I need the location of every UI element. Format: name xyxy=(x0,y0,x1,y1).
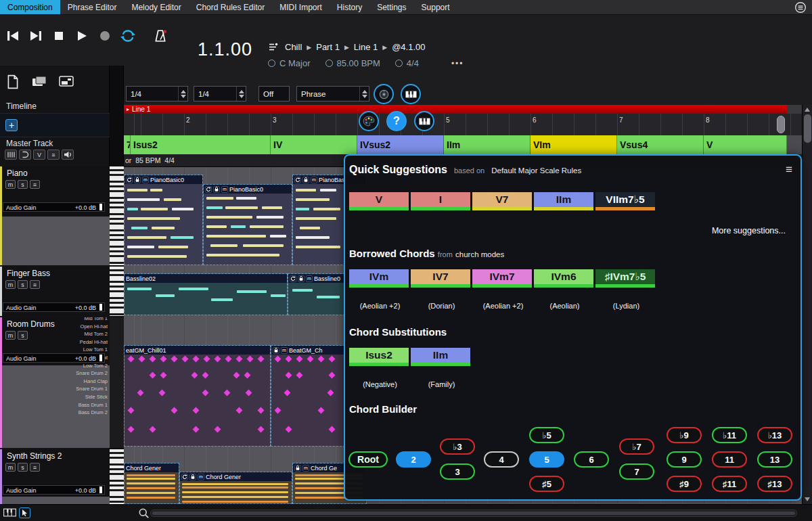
knob-button[interactable] xyxy=(374,84,394,104)
send-icon[interactable] xyxy=(19,150,31,160)
suggestion-v[interactable]: V xyxy=(349,192,409,210)
borrowed-chord-ivm7[interactable]: IVm7 xyxy=(472,269,532,288)
suggestion-i[interactable]: I xyxy=(411,192,470,210)
zoom-icon[interactable] xyxy=(138,507,150,519)
gain-slider[interactable]: Audio Gain +0.0 dB xyxy=(3,485,105,495)
menu-tab-history[interactable]: History xyxy=(330,0,369,14)
mute-badge[interactable]: m xyxy=(302,465,309,472)
stepper-icon[interactable] xyxy=(178,87,187,101)
breadcrumb-item[interactable]: Line 1 xyxy=(354,42,378,52)
suggestion-viim7flat-5[interactable]: VIIm7♭5 xyxy=(595,192,655,210)
loop-button[interactable] xyxy=(119,27,137,45)
gain-handle[interactable] xyxy=(99,486,102,493)
horizontal-scrollbar[interactable] xyxy=(150,509,797,517)
chord-block-iv[interactable]: IV xyxy=(271,135,357,154)
mute-badge[interactable]: m xyxy=(306,275,313,282)
track-menu-button[interactable]: ≡ xyxy=(30,180,40,189)
keyboard-icon[interactable] xyxy=(3,508,16,517)
track-synth-strings-2[interactable]: Synth Strings 2 m s ≡ Audio Gain +0.0 dB xyxy=(0,449,110,504)
lock-badge-icon[interactable] xyxy=(134,177,141,183)
keyboard-button[interactable] xyxy=(401,84,421,104)
measure-ruler[interactable]: 2345678 xyxy=(124,114,802,135)
timeline-line-marker[interactable]: ▸ Line 1 xyxy=(124,105,787,114)
skip-to-start-button[interactable] xyxy=(4,27,22,45)
vertical-scroll-thumb[interactable] xyxy=(804,114,811,143)
track-piano[interactable]: Piano m s ≡ Audio Gain +0.0 dB xyxy=(0,166,110,265)
solo-button[interactable]: s xyxy=(18,180,28,189)
builder-flat-3[interactable]: ♭3 xyxy=(440,438,475,455)
stop-button[interactable] xyxy=(50,27,68,45)
builder-13[interactable]: 13 xyxy=(757,451,792,468)
horizontal-scroll-thumb[interactable] xyxy=(152,512,795,515)
key-selector[interactable]: C Major xyxy=(268,58,311,68)
track-room-drums[interactable]: Room Drums m s Mid Tom 1Open Hi-hatMid T… xyxy=(0,317,110,448)
mute-badge[interactable]: m xyxy=(142,177,149,183)
chord-block-v[interactable]: V xyxy=(704,135,787,154)
clip-drums-a[interactable]: eatGM_Chill01 xyxy=(124,345,271,447)
grid-select[interactable]: 1/4 xyxy=(194,86,246,101)
builder-sharp-11[interactable]: ♯11 xyxy=(712,476,747,492)
lock-badge-icon[interactable] xyxy=(189,474,196,480)
preview-select[interactable]: Off xyxy=(258,86,290,101)
borrowed-chord-iv7[interactable]: IV7 xyxy=(411,269,470,288)
loop-badge-icon[interactable] xyxy=(181,474,188,480)
builder-9[interactable]: 9 xyxy=(667,451,702,468)
builder-5[interactable]: 5 xyxy=(529,451,564,468)
clip-drums-b[interactable]: mBeatGM_Ch xyxy=(271,345,345,447)
menu-tab-settings[interactable]: Settings xyxy=(369,0,413,14)
gain-slider[interactable]: Audio Gain +0.0 dB xyxy=(3,302,105,312)
meter-selector[interactable]: 4/4 xyxy=(395,58,419,68)
mute-button[interactable]: m xyxy=(5,463,16,472)
builder-3[interactable]: 3 xyxy=(440,463,475,480)
stepper-icon[interactable] xyxy=(236,87,246,101)
gain-handle[interactable] xyxy=(99,204,102,210)
lock-badge-icon[interactable] xyxy=(302,177,309,183)
chord-block-ivsus2[interactable]: IVsus2 xyxy=(357,135,444,154)
clip-strings-b[interactable]: mChord Gener xyxy=(179,472,292,504)
menu-tab-chord-rules-editor[interactable]: Chord Rules Editor xyxy=(189,0,272,14)
substitution-isus2[interactable]: Isus2 xyxy=(349,348,409,366)
builder-sharp-5[interactable]: ♯5 xyxy=(529,476,564,492)
meter-levels-icon[interactable] xyxy=(5,150,17,160)
breadcrumb-item[interactable]: Part 1 xyxy=(316,42,340,52)
chord-block-iim[interactable]: IIm xyxy=(444,135,531,154)
solo-button[interactable]: s xyxy=(18,463,28,472)
mute-button[interactable]: m xyxy=(5,180,16,189)
play-button[interactable] xyxy=(73,27,91,45)
menu-tab-support[interactable]: Support xyxy=(414,0,457,14)
clip-header[interactable]: eatGM_Chill01 xyxy=(125,346,270,355)
clip-header[interactable]: mChord Gener xyxy=(180,472,292,481)
builder-4[interactable]: 4 xyxy=(484,451,519,468)
scroll-down-icon[interactable] xyxy=(805,497,810,501)
palette-button[interactable] xyxy=(359,111,379,131)
selection-tool-icon[interactable] xyxy=(19,507,30,518)
substitution-iim[interactable]: IIm xyxy=(411,348,470,366)
breadcrumb-item[interactable]: @4.1.00 xyxy=(392,42,425,52)
menu-tab-composition[interactable]: Composition xyxy=(0,0,60,14)
menu-tab-phrase-editor[interactable]: Phrase Editor xyxy=(60,0,125,14)
more-options-button[interactable]: ••• xyxy=(451,59,464,68)
add-timeline-button[interactable]: + xyxy=(5,119,18,131)
chord-block-vim[interactable]: VIm xyxy=(531,135,617,154)
vertical-scrollbar[interactable] xyxy=(802,105,812,504)
velocity-button[interactable]: V xyxy=(33,150,45,160)
clip-header[interactable]: mBeatGM_Ch xyxy=(271,346,344,355)
list-icon[interactable]: ≡ xyxy=(47,150,60,160)
mute-button[interactable]: m xyxy=(5,331,16,340)
builder-flat-13[interactable]: ♭13 xyxy=(757,427,792,443)
builder-flat-11[interactable]: ♭11 xyxy=(712,427,747,443)
clip-header[interactable]: Chord Gener xyxy=(125,463,179,472)
rules-name[interactable]: Default Major Scale Rules xyxy=(491,166,581,175)
breadcrumb-item[interactable]: Chill xyxy=(285,42,302,52)
loop-badge-icon[interactable] xyxy=(126,177,133,183)
ruler-scroll-handle[interactable] xyxy=(777,116,785,133)
builder-2[interactable]: 2 xyxy=(396,451,431,468)
builder-root[interactable]: Root xyxy=(348,451,388,468)
builder-6[interactable]: 6 xyxy=(574,451,609,468)
chord-block-vsus4[interactable]: Vsus4 xyxy=(617,135,704,154)
borrowed-chord-sharp-ivm7flat-5[interactable]: ♯IVm7♭5 xyxy=(595,269,655,288)
record-button[interactable] xyxy=(96,27,114,45)
clip-piano-b[interactable]: mPianoBasic0 xyxy=(203,184,292,265)
more-suggestions-link[interactable]: More suggestions... xyxy=(712,226,786,235)
clip-strings-a[interactable]: Chord Gener xyxy=(124,463,179,504)
